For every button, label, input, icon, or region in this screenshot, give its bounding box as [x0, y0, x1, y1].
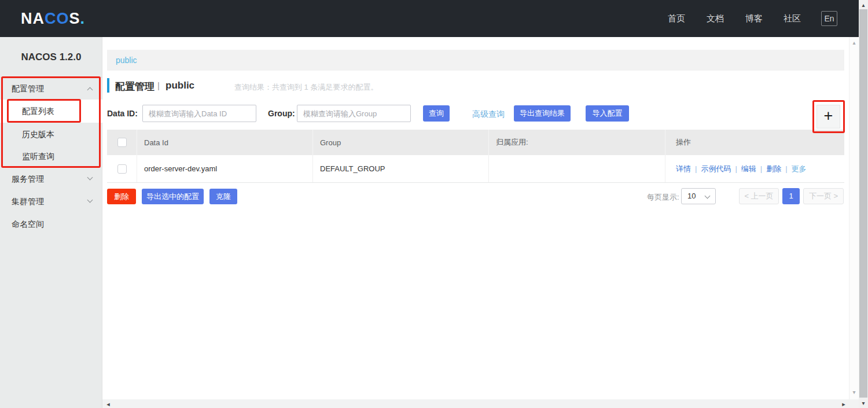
table-row: order-server-dev.yaml DEFAULT_GROUP 详情 |… — [107, 155, 844, 183]
chevron-up-icon — [87, 87, 93, 93]
logo-text: NA — [21, 10, 45, 27]
header-group: Group — [313, 130, 489, 155]
header-operations: 操作 — [665, 130, 844, 155]
vertical-scrollbar-thumb[interactable] — [859, 9, 867, 398]
current-page-button[interactable]: 1 — [782, 188, 800, 204]
group-search-input[interactable] — [297, 105, 411, 122]
sidebar-item-label: 集群管理 — [0, 197, 44, 206]
sidebar-item-label: 命名空间 — [0, 219, 44, 229]
title-namespace: public — [165, 80, 194, 91]
title-separator: | — [157, 80, 160, 90]
action-separator: | — [785, 164, 787, 173]
topbar: NACOS. 首页 文档 博客 社区 En — [0, 0, 868, 37]
action-sample-code-link[interactable]: 示例代码 — [701, 164, 731, 174]
query-button[interactable]: 查询 — [423, 105, 450, 122]
logo-dot: . — [80, 10, 86, 27]
query-result-text: 查询结果：共查询到 1 条满足要求的配置。 — [234, 82, 378, 93]
row-checkbox[interactable] — [117, 164, 127, 174]
action-edit-link[interactable]: 编辑 — [741, 164, 756, 174]
sidebar-version-title: NACOS 1.2.0 — [0, 37, 102, 78]
row-select-cell — [107, 155, 137, 182]
sidebar-item-label: 配置管理 — [0, 84, 44, 93]
sidebar-item-config-list[interactable]: 配置列表 — [0, 100, 102, 123]
sidebar-item-label: 服务管理 — [0, 174, 44, 183]
add-config-button[interactable]: + — [816, 105, 840, 128]
page-size-value: 10 — [687, 192, 696, 200]
nacos-console: NACOS. 首页 文档 博客 社区 En NACOS 1.2.0 配置管理 配… — [0, 0, 868, 408]
scroll-up-icon[interactable]: ▴ — [859, 2, 868, 8]
nav-docs[interactable]: 文档 — [707, 0, 724, 37]
table-header-row: Data Id Group 归属应用: 操作 — [107, 130, 844, 155]
horizontal-scrollbar[interactable] — [102, 399, 859, 408]
content-vertical-scrollbar[interactable] — [849, 37, 859, 399]
chevron-down-icon — [87, 175, 93, 181]
row-data-id: order-server-dev.yaml — [137, 155, 313, 182]
sidebar: NACOS 1.2.0 配置管理 配置列表 历史版本 监听查询 服务管理 集群管… — [0, 37, 102, 408]
sidebar-item-service-management[interactable]: 服务管理 — [0, 167, 102, 190]
sidebar-item-history-versions[interactable]: 历史版本 — [0, 123, 102, 146]
config-table: Data Id Group 归属应用: 操作 order-server-dev.… — [107, 130, 844, 183]
header-application: 归属应用: — [489, 130, 665, 155]
nav-home[interactable]: 首页 — [668, 0, 685, 37]
dataid-label: Data ID: — [107, 109, 138, 118]
sidebar-item-label: 监听查询 — [0, 152, 54, 161]
sidebar-item-cluster-management[interactable]: 集群管理 — [0, 190, 102, 213]
scroll-down-icon[interactable]: ▾ — [849, 389, 859, 395]
row-application — [489, 155, 665, 182]
scroll-down-icon[interactable]: ▾ — [859, 400, 868, 406]
action-more-link[interactable]: 更多 — [792, 164, 807, 174]
sidebar-item-listening-query[interactable]: 监听查询 — [0, 145, 102, 168]
page-size-select[interactable]: 10 — [681, 188, 716, 204]
nav-blog[interactable]: 博客 — [745, 0, 763, 37]
next-page-button[interactable]: 下一页 > — [803, 188, 844, 204]
page-title: 配置管理 — [115, 80, 155, 93]
dataid-search-input[interactable] — [142, 105, 256, 122]
advanced-query-link[interactable]: 高级查询 — [472, 109, 505, 120]
sidebar-item-label: 配置列表 — [0, 106, 54, 116]
action-delete-link[interactable]: 删除 — [766, 164, 781, 174]
language-toggle-button[interactable]: En — [821, 11, 837, 26]
sidebar-item-label: 历史版本 — [0, 130, 54, 139]
namespace-tab-bar: public — [107, 50, 844, 71]
import-config-button[interactable]: 导入配置 — [586, 105, 629, 122]
sidebar-item-namespace[interactable]: 命名空间 — [0, 212, 102, 236]
logo-text-s: S — [69, 10, 80, 27]
select-all-cell — [107, 130, 137, 155]
export-query-results-button[interactable]: 导出查询结果 — [514, 105, 571, 122]
header-data-id: Data Id — [137, 130, 313, 155]
namespace-tab-public[interactable]: public — [116, 50, 137, 71]
sidebar-item-config-management[interactable]: 配置管理 — [0, 77, 102, 100]
row-group: DEFAULT_GROUP — [313, 155, 489, 182]
scroll-right-icon[interactable]: ▸ — [839, 400, 848, 408]
action-separator: | — [695, 164, 697, 173]
action-separator: | — [735, 164, 737, 173]
export-selected-button[interactable]: 导出选中的配置 — [142, 189, 204, 204]
nav-community[interactable]: 社区 — [784, 0, 801, 37]
select-all-checkbox[interactable] — [117, 138, 127, 147]
page-size-label: 每页显示: — [647, 192, 679, 203]
row-operations: 详情 | 示例代码 | 编辑 | 删除 | 更多 — [665, 155, 844, 182]
clone-button[interactable]: 克隆 — [209, 189, 237, 204]
action-details-link[interactable]: 详情 — [676, 164, 691, 174]
prev-page-button[interactable]: < 上一页 — [739, 188, 779, 204]
group-label: Group: — [268, 109, 295, 118]
chevron-down-icon — [87, 197, 93, 203]
logo-infinity-icon: CO — [45, 10, 69, 27]
scroll-left-icon[interactable]: ◂ — [104, 400, 113, 408]
title-accent-bar — [107, 78, 109, 93]
chevron-down-icon — [705, 193, 711, 199]
action-separator: | — [760, 164, 762, 173]
nacos-logo[interactable]: NACOS. — [21, 0, 85, 37]
delete-selected-button[interactable]: 删除 — [107, 189, 136, 204]
scroll-up-icon[interactable]: ▴ — [849, 39, 859, 46]
